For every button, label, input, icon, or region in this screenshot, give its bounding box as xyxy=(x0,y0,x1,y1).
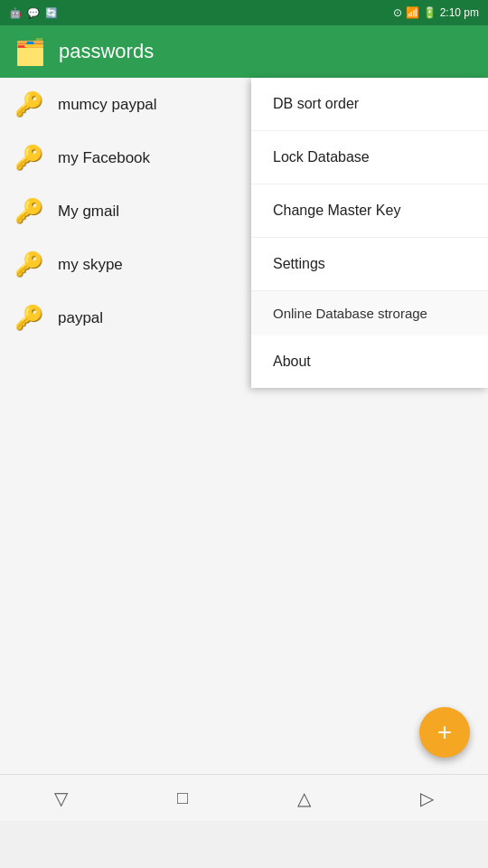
menu-item-about[interactable]: About xyxy=(251,335,488,388)
app-title: passwords xyxy=(59,40,154,63)
menu-item-db-sort-order[interactable]: DB sort order xyxy=(251,78,488,131)
nav-forward-icon[interactable]: ▷ xyxy=(420,788,434,809)
main-content: 🔑 mumcy paypal 🔑 my Facebook 🔑 My gmail … xyxy=(0,78,488,821)
nav-home-icon[interactable]: □ xyxy=(177,788,188,808)
key-icon-2: 🔑 xyxy=(14,144,43,172)
android-icon: 🤖 xyxy=(9,7,22,19)
menu-item-settings[interactable]: Settings xyxy=(251,238,488,291)
message-icon: 💬 xyxy=(27,7,40,19)
battery-icon: 🔋 xyxy=(423,6,436,19)
menu-item-lock-database[interactable]: Lock Database xyxy=(251,131,488,184)
dropdown-menu: DB sort order Lock Database Change Maste… xyxy=(251,78,488,388)
status-bar: 🤖 💬 🔄 ⊙ 📶 🔋 2:10 pm xyxy=(0,0,488,25)
sync-icon: 🔄 xyxy=(45,7,58,19)
status-bar-right: ⊙ 📶 🔋 2:10 pm xyxy=(393,6,479,19)
app-logo: 🗂️ xyxy=(14,37,46,67)
signal-icon: 📶 xyxy=(406,6,419,19)
list-item-label-5: paypal xyxy=(58,309,103,327)
key-icon-4: 🔑 xyxy=(14,250,43,278)
list-item-label-4: my skype xyxy=(58,256,123,274)
menu-item-online-database-storage[interactable]: Online Database strorage xyxy=(251,291,488,335)
list-item[interactable]: 🔑 paypal xyxy=(0,291,253,344)
menu-item-change-master-key[interactable]: Change Master Key xyxy=(251,184,488,238)
nav-back-icon[interactable]: ▽ xyxy=(54,788,68,809)
key-icon-5: 🔑 xyxy=(14,304,43,332)
plus-icon: + xyxy=(437,718,452,747)
fab-add-button[interactable]: + xyxy=(419,707,470,758)
list-item-label-2: my Facebook xyxy=(58,149,150,167)
password-list: 🔑 mumcy paypal 🔑 my Facebook 🔑 My gmail … xyxy=(0,78,253,344)
list-item[interactable]: 🔑 My gmail xyxy=(0,184,253,238)
nav-overview-icon[interactable]: △ xyxy=(297,788,311,809)
key-icon-3: 🔑 xyxy=(14,197,43,225)
list-item-label-3: My gmail xyxy=(58,203,119,221)
app-bar: 🗂️ passwords xyxy=(0,25,488,78)
bottom-nav: ▽ □ △ ▷ xyxy=(0,774,488,821)
list-item[interactable]: 🔑 my Facebook xyxy=(0,131,253,184)
key-icon-1: 🔑 xyxy=(14,90,43,118)
list-item[interactable]: 🔑 mumcy paypal xyxy=(0,78,253,131)
list-item[interactable]: 🔑 my skype xyxy=(0,238,253,291)
target-icon: ⊙ xyxy=(393,6,402,19)
status-bar-left: 🤖 💬 🔄 xyxy=(9,7,58,19)
list-item-label-1: mumcy paypal xyxy=(58,96,157,114)
time-display: 2:10 pm xyxy=(440,6,479,19)
